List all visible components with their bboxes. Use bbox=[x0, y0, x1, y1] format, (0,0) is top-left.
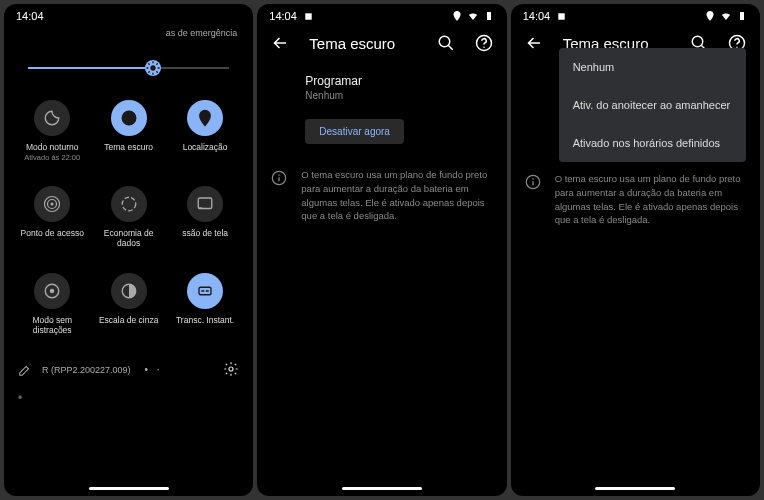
caption-icon bbox=[196, 282, 214, 300]
status-time: 14:04 bbox=[269, 10, 297, 22]
quick-settings-grid: Modo noturno Ativado às 22:00 Tema escur… bbox=[4, 96, 253, 347]
hotspot-icon bbox=[43, 195, 61, 213]
battery-icon bbox=[736, 10, 748, 22]
tile-grayscale[interactable]: Escala de cinza bbox=[92, 269, 164, 347]
notification-dot: • bbox=[4, 387, 253, 409]
schedule-row[interactable]: Programar Nenhum bbox=[257, 62, 506, 111]
info-icon bbox=[271, 170, 287, 186]
svg-point-17 bbox=[50, 288, 55, 293]
svg-point-10 bbox=[203, 114, 207, 118]
svg-point-22 bbox=[229, 367, 233, 371]
back-icon[interactable] bbox=[271, 34, 289, 52]
svg-point-31 bbox=[279, 174, 281, 176]
tile-screen-cast[interactable]: ssão de tela bbox=[169, 182, 241, 260]
nav-handle[interactable] bbox=[342, 487, 422, 490]
svg-rect-23 bbox=[305, 13, 311, 19]
brightness-slider[interactable] bbox=[28, 58, 229, 78]
battery-icon bbox=[483, 10, 495, 22]
location-icon bbox=[196, 109, 214, 127]
focus-icon bbox=[43, 282, 61, 300]
wifi-icon bbox=[467, 10, 479, 22]
svg-point-25 bbox=[439, 36, 450, 47]
svg-rect-19 bbox=[199, 287, 211, 295]
tile-hotspot[interactable]: Ponto de acesso bbox=[16, 182, 88, 260]
tile-dark-theme[interactable]: Tema escuro bbox=[92, 96, 164, 174]
location-status-icon bbox=[451, 10, 463, 22]
svg-line-8 bbox=[156, 63, 157, 64]
screenshot-icon bbox=[556, 11, 567, 22]
svg-rect-32 bbox=[558, 13, 564, 19]
schedule-label: Programar bbox=[305, 74, 486, 88]
tile-data-saver[interactable]: Economia de dados bbox=[92, 182, 164, 260]
help-icon[interactable] bbox=[475, 34, 493, 52]
location-status-icon bbox=[704, 10, 716, 22]
option-custom-time[interactable]: Ativado nos horários definidos bbox=[559, 124, 746, 162]
svg-point-40 bbox=[532, 178, 534, 180]
option-sunset-sunrise[interactable]: Ativ. do anoitecer ao amanhecer bbox=[559, 86, 746, 124]
status-bar: 14:04 bbox=[4, 4, 253, 24]
nav-handle[interactable] bbox=[595, 487, 675, 490]
phone-dark-theme-dropdown: 14:04 Tema escuro Nenhum Ativ. do anoite… bbox=[511, 4, 760, 496]
wifi-icon bbox=[720, 10, 732, 22]
tile-location[interactable]: Localização bbox=[169, 96, 241, 174]
back-icon[interactable] bbox=[525, 34, 543, 52]
page-title: Tema escuro bbox=[309, 35, 416, 52]
search-icon[interactable] bbox=[437, 34, 455, 52]
info-icon bbox=[525, 174, 541, 190]
info-row: O tema escuro usa um plano de fundo pret… bbox=[511, 158, 760, 237]
schedule-value: Nenhum bbox=[305, 90, 486, 101]
contrast-icon bbox=[120, 109, 138, 127]
svg-line-7 bbox=[148, 71, 149, 72]
svg-point-28 bbox=[483, 46, 485, 48]
build-label: R (RPP2.200227.009) bbox=[42, 365, 131, 375]
svg-point-34 bbox=[692, 36, 703, 47]
svg-rect-33 bbox=[740, 12, 744, 20]
svg-line-26 bbox=[448, 45, 453, 50]
screenshot-icon bbox=[303, 11, 314, 22]
svg-line-5 bbox=[148, 63, 149, 64]
svg-rect-24 bbox=[487, 12, 491, 20]
status-bar: 14:04 bbox=[257, 4, 506, 24]
tile-live-caption[interactable]: Transc. Instant. bbox=[169, 269, 241, 347]
cast-icon bbox=[196, 195, 214, 213]
tile-focus-mode[interactable]: Modo sem distrações bbox=[16, 269, 88, 347]
edit-icon[interactable] bbox=[18, 363, 32, 377]
grayscale-icon bbox=[120, 282, 138, 300]
svg-point-0 bbox=[150, 65, 155, 70]
info-text: O tema escuro usa um plano de fundo pret… bbox=[301, 168, 492, 223]
status-time: 14:04 bbox=[523, 10, 551, 22]
option-none[interactable]: Nenhum bbox=[559, 48, 746, 86]
svg-point-11 bbox=[51, 203, 54, 206]
info-text: O tema escuro usa um plano de fundo pret… bbox=[555, 172, 746, 227]
status-time: 14:04 bbox=[16, 10, 44, 22]
status-bar: 14:04 bbox=[511, 4, 760, 24]
disable-now-button[interactable]: Desativar agora bbox=[305, 119, 404, 144]
tile-night-mode[interactable]: Modo noturno Ativado às 22:00 bbox=[16, 96, 88, 174]
info-row: O tema escuro usa um plano de fundo pret… bbox=[257, 154, 506, 233]
phone-dark-theme-settings: 14:04 Tema escuro Programar Nenhum Desat… bbox=[257, 4, 506, 496]
emergency-chip[interactable]: as de emergência bbox=[4, 24, 253, 46]
settings-gear[interactable] bbox=[223, 361, 239, 379]
data-saver-icon bbox=[120, 195, 138, 213]
phone-quick-settings: 14:04 as de emergência Modo noturno Ativ… bbox=[4, 4, 253, 496]
svg-rect-15 bbox=[198, 198, 212, 209]
svg-line-6 bbox=[156, 71, 157, 72]
nav-handle[interactable] bbox=[89, 487, 169, 490]
schedule-dropdown: Nenhum Ativ. do anoitecer ao amanhecer A… bbox=[559, 48, 746, 162]
moon-icon bbox=[43, 109, 61, 127]
gear-icon bbox=[223, 361, 239, 377]
app-bar: Tema escuro bbox=[257, 24, 506, 62]
page-indicator[interactable]: • · bbox=[145, 364, 163, 375]
svg-point-14 bbox=[122, 197, 136, 211]
qs-footer: R (RPP2.200227.009) • · bbox=[4, 353, 253, 387]
brightness-thumb[interactable] bbox=[145, 60, 161, 76]
